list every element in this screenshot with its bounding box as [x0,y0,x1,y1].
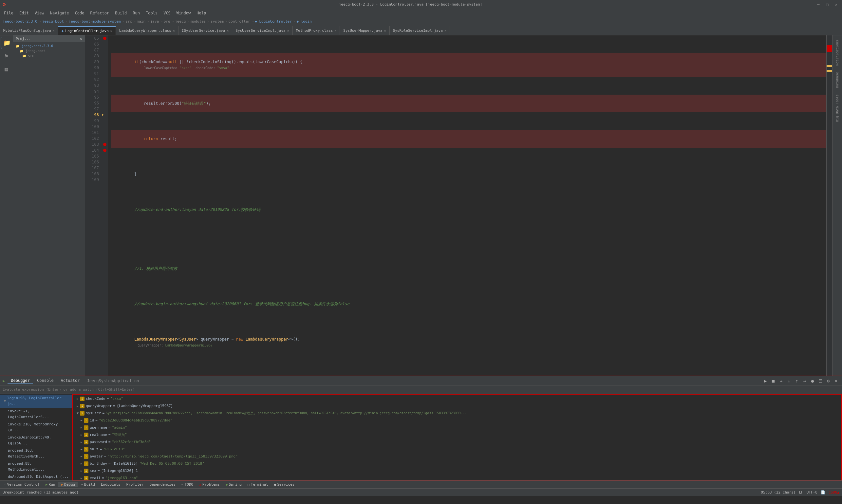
var-sex[interactable]: ► i sex = [Integer@16126] 1 [73,467,841,474]
tab-methodproxy[interactable]: MethodProxy.class ✕ [293,26,340,35]
right-panel-tabs: Notifications Database Big Data Tools [832,35,842,376]
debug-settings-btn[interactable]: ⚙ [825,378,831,384]
var-birthday[interactable]: ► i birthday = [Date@16125] "Wed Dec 05 … [73,460,841,467]
tab-logincontroller-close[interactable]: ✕ [110,29,112,33]
debug-evaluate-btn[interactable]: ● [809,378,816,384]
menu-build[interactable]: Build [112,10,129,16]
tab-mybatisplusconfig-close[interactable]: ✕ [53,29,55,32]
tab-sysroleserviceimpl[interactable]: SysRoleServiceImpl.java ✕ [390,26,450,35]
callstack-item-2[interactable]: invoke:218, MethodProxy (o... [0,421,72,434]
var-email[interactable]: ► i email = "jeecg@163.com" [73,474,841,481]
callstack-item-6[interactable]: doAround:50, DictAspect (... [0,473,72,481]
bottom-version-control[interactable]: ✓ Version Control [1,482,42,487]
menu-navigate[interactable]: Navigate [48,10,72,16]
menu-refactor[interactable]: Refactor [87,10,112,16]
sidebar-structure-icon[interactable]: ▦ [1,63,13,75]
menu-code[interactable]: Code [72,10,87,16]
gutter-bp-104[interactable] [102,147,108,153]
debug-stepinto-btn[interactable]: ↓ [786,378,792,384]
close-button[interactable]: ✕ [833,2,839,7]
breadcrumb-logincontroller[interactable]: ◆ LoginController [255,19,292,23]
debug-stepout-btn[interactable]: ↑ [793,378,800,384]
var-realname[interactable]: ► i realname = "管理员" [73,431,841,438]
tab-methodproxy-close[interactable]: ✕ [334,29,336,32]
menu-help[interactable]: Help [194,10,209,16]
var-checkcode[interactable]: ► i checkCode = "sxsa" [73,395,841,402]
var-id[interactable]: ► i id = "e9ca23d68d884d4ebb19d07889727d… [73,417,841,424]
callstack-item-0[interactable]: ▼ login:98, LoginController (o... [0,395,72,408]
project-tree-item[interactable]: 📁 src [14,53,84,58]
bottom-build[interactable]: ⌨ Build [78,482,97,487]
tab-sysuserserviceimpl[interactable]: SysUserServiceImpl.java ✕ [232,26,292,35]
debug-runtocsursor-btn[interactable]: ⇥ [801,378,808,384]
tab-isysuserservice-close[interactable]: ✕ [227,29,229,32]
tab-logincontroller[interactable]: ◆ LoginController.java ✕ [58,26,116,35]
menu-view[interactable]: View [32,10,47,16]
debug-frames-btn[interactable]: ☰ [817,378,824,384]
bottom-todo[interactable]: ✏ TODO [179,482,196,487]
right-panel-database[interactable]: Database [836,70,839,90]
debug-tab-debugger[interactable]: Debugger [7,378,33,384]
bottom-endpoints[interactable]: Endpoints [98,482,123,487]
var-sysuser[interactable]: ▼ i sysUser = SysUser{id=e9ca23d68d884d4… [73,410,841,417]
callstack-item-5[interactable]: proceed:88, MethodInvocati... [0,460,72,473]
tab-sysroleserviceimpl-close[interactable]: ✕ [444,29,446,32]
bottom-services[interactable]: ● Services [271,482,298,487]
project-tree-item[interactable]: 📁 jeecg-boot [14,49,84,53]
debug-tab-actuator[interactable]: Actuator [58,378,83,384]
tab-isysuserservice[interactable]: ISysUserService.java ✕ [178,26,232,35]
project-tree-item[interactable]: 📁 jeecg-boot-2.3.0 [14,43,84,49]
sidebar-bookmark-icon[interactable]: ⚑ [1,50,13,61]
right-gutter[interactable] [826,35,832,376]
breadcrumb-login[interactable]: ◆ login [297,19,311,23]
var-salt[interactable]: ► i salt = "RCGTeGiH" [73,446,841,453]
code-container[interactable]: 85 86 87 88 89 90 91 92 93 94 95 96 97 9… [85,35,832,376]
callstack-item-3[interactable]: invokeJoinpoint:749, CglibA... [0,434,72,447]
bottom-run[interactable]: ▶ Run [43,482,58,487]
debug-tab-console[interactable]: Console [34,378,57,384]
menu-tools[interactable]: Tools [143,10,160,16]
tab-mybatisplusconfig[interactable]: MybatisPlusConfig.java ✕ [0,26,58,35]
var-password[interactable]: ► i password = "cb362cfeefbf3d8d" [73,438,841,446]
breadcrumb-module[interactable]: jeecg-boot [42,19,64,23]
status-encoding[interactable]: UTF-8 [807,490,818,494]
bottom-debug[interactable]: ▶ Debug [58,482,78,487]
right-panel-notifications[interactable]: Notifications [836,38,839,68]
maximize-button[interactable]: □ [824,2,830,7]
gutter-bp-85[interactable] [102,35,108,41]
menu-window[interactable]: Window [174,10,193,16]
bottom-problems[interactable]: ⚠ Problems [197,482,222,487]
bottom-terminal[interactable]: □ Terminal [245,482,271,487]
bottom-dependencies[interactable]: Dependencies [147,482,178,487]
tab-lambdaquerywrapper-close[interactable]: ✕ [173,29,175,32]
debug-stepover-btn[interactable]: → [778,378,784,384]
debug-close-btn[interactable]: × [833,378,839,384]
tab-sysuserserviceimpl-close[interactable]: ✕ [287,29,289,32]
var-avatar[interactable]: ► i avatar = "http://minio.jeecg.com/ota… [73,453,841,460]
breadcrumb-submodule[interactable]: jeecg-boot-module-system [69,19,121,23]
menu-file[interactable]: File [1,10,16,16]
tab-sysusermapper[interactable]: SysUserMapper.java ✕ [340,26,389,35]
callstack-item-4[interactable]: proceed:163, ReflectiveMeth... [0,447,72,460]
debug-stop-btn[interactable]: ■ [770,378,776,384]
sidebar-project-icon[interactable]: 📁 [1,37,13,49]
bottom-profiler[interactable]: Profiler [124,482,146,487]
tab-sysusermapper-close[interactable]: ✕ [384,29,386,32]
gutter-bp-103[interactable] [102,142,108,147]
callstack-item-1[interactable]: invoke:-1, LoginControllerS... [0,408,72,421]
menu-edit[interactable]: Edit [17,10,32,16]
menu-run[interactable]: Run [130,10,142,16]
var-username[interactable]: ► i username = "admin" [73,424,841,431]
breadcrumb-app[interactable]: jeecg-boot-2.3.0 [3,19,37,23]
var-querywrapper[interactable]: ► i queryWrapper = {LambdaQueryWrapper@1… [73,402,841,410]
bottom-spring[interactable]: ◆ Spring [223,482,244,487]
debug-expression-input[interactable] [3,388,839,392]
code-content[interactable]: if(checkCode==null || !checkCode.toStrin… [108,35,826,376]
project-panel-settings-icon[interactable]: ⚙ [80,37,82,41]
right-panel-bigdata[interactable]: Big Data Tools [836,92,839,124]
debug-resume-btn[interactable]: ▶ [762,378,769,384]
tab-lambdaquerywrapper[interactable]: LambdaQueryWrapper.class ✕ [116,26,178,35]
status-lf[interactable]: LF [799,490,803,494]
minimize-button[interactable]: ─ [815,2,821,7]
menu-vcs[interactable]: VCS [161,10,173,16]
